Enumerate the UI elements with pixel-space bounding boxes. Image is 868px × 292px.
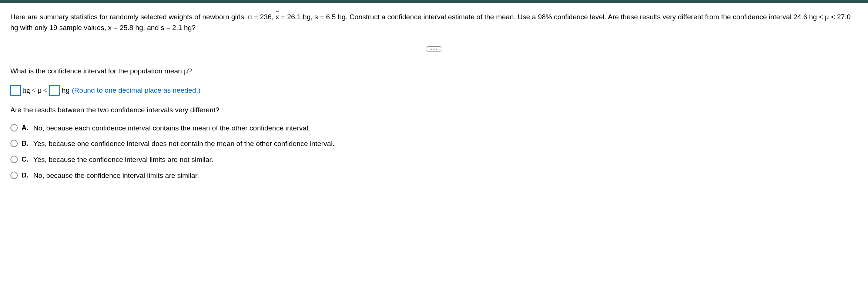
question-part1: Here are summary statistics for randomly… <box>10 13 276 21</box>
x-bar-symbol-2: x <box>108 23 112 33</box>
divider-line-left <box>10 49 426 49</box>
dot-icon <box>433 49 435 50</box>
option-text-c: Yes, because the confidence interval lim… <box>33 155 213 165</box>
dot-icon <box>431 49 432 50</box>
option-c: C. Yes, because the confidence interval … <box>10 155 858 165</box>
answer-input-row: hg < μ < hg (Round to one decimal place … <box>10 85 858 96</box>
option-text-a: No, because each confidence interval con… <box>33 124 310 133</box>
radio-d[interactable] <box>10 172 18 179</box>
option-text-d: No, because the confidence interval limi… <box>33 171 199 180</box>
option-text-b: Yes, because one confidence interval doe… <box>33 139 335 149</box>
question-text: Here are summary statistics for randomly… <box>10 12 858 33</box>
top-accent-border <box>0 0 868 3</box>
divider-line-right <box>442 49 858 49</box>
unit-text-2: hg <box>62 86 70 94</box>
options-list: A. No, because each confidence interval … <box>10 124 858 180</box>
radio-a[interactable] <box>10 124 18 132</box>
expand-pill[interactable] <box>426 46 442 52</box>
x-bar-symbol: x <box>276 12 279 23</box>
question-part1c: = 25.8 hg, and s = 2.1 hg? <box>112 24 196 31</box>
option-letter-a: A. <box>21 124 30 132</box>
unit-mu-text-1: hg < μ < <box>23 86 47 94</box>
dot-icon <box>436 49 437 50</box>
radio-c[interactable] <box>10 156 18 163</box>
content-area: Here are summary statistics for randomly… <box>0 3 868 189</box>
radio-b[interactable] <box>10 140 18 147</box>
section-divider <box>10 46 858 52</box>
option-letter-c: C. <box>21 155 30 163</box>
sub-question-1: What is the confidence interval for the … <box>10 66 858 76</box>
option-a: A. No, because each confidence interval … <box>10 124 858 133</box>
option-b: B. Yes, because one confidence interval … <box>10 139 858 149</box>
lower-bound-input[interactable] <box>10 85 21 96</box>
option-letter-d: D. <box>21 171 30 179</box>
upper-bound-input[interactable] <box>49 85 60 96</box>
option-letter-b: B. <box>21 139 30 147</box>
option-d: D. No, because the confidence interval l… <box>10 171 858 180</box>
sub-question-2: Are the results between the two confiden… <box>10 106 858 114</box>
rounding-hint: (Round to one decimal place as needed.) <box>72 86 201 94</box>
